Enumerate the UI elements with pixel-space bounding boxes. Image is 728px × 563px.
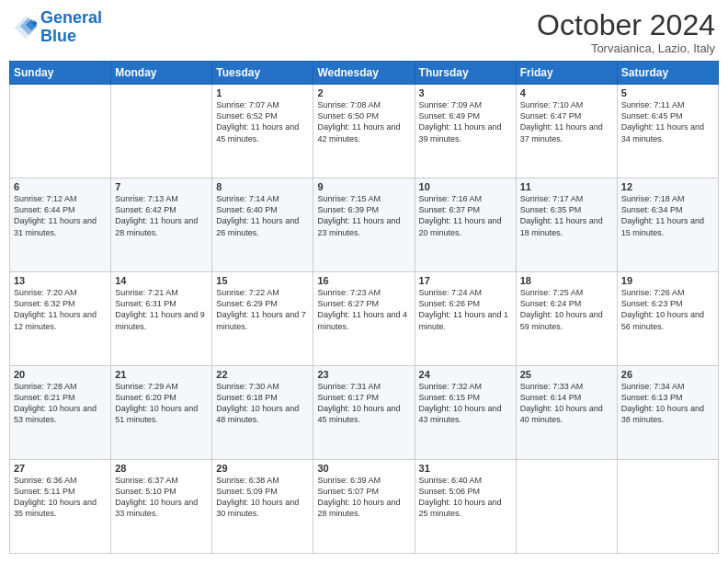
calendar-week-row: 27Sunrise: 6:36 AM Sunset: 5:11 PM Dayli… [10,460,719,554]
calendar-cell: 8Sunrise: 7:14 AM Sunset: 6:40 PM Daylig… [212,178,313,272]
calendar-cell: 4Sunrise: 7:10 AM Sunset: 6:47 PM Daylig… [516,85,617,178]
calendar-week-row: 6Sunrise: 7:12 AM Sunset: 6:44 PM Daylig… [10,178,719,272]
cell-info-text: Sunrise: 6:36 AM Sunset: 5:11 PM Dayligh… [14,475,107,520]
weekday-header-row: SundayMondayTuesdayWednesdayThursdayFrid… [10,62,719,85]
cell-info-text: Sunrise: 7:17 AM Sunset: 6:35 PM Dayligh… [520,193,613,238]
cell-info-text: Sunrise: 7:18 AM Sunset: 6:34 PM Dayligh… [621,193,714,238]
cell-day-number: 6 [14,181,107,192]
cell-info-text: Sunrise: 7:25 AM Sunset: 6:24 PM Dayligh… [520,287,613,332]
cell-day-number: 25 [520,369,613,380]
cell-day-number: 10 [419,181,512,192]
calendar-week-row: 13Sunrise: 7:20 AM Sunset: 6:32 PM Dayli… [10,272,719,366]
logo-blue: Blue [40,27,76,45]
calendar-cell: 28Sunrise: 6:37 AM Sunset: 5:10 PM Dayli… [111,460,212,554]
main-title: October 2024 [537,9,715,41]
weekday-header-cell: Friday [516,62,617,85]
calendar-cell: 27Sunrise: 6:36 AM Sunset: 5:11 PM Dayli… [10,460,111,554]
calendar-cell: 31Sunrise: 6:40 AM Sunset: 5:06 PM Dayli… [415,460,516,554]
cell-info-text: Sunrise: 7:31 AM Sunset: 6:17 PM Dayligh… [317,381,410,426]
calendar-cell: 30Sunrise: 6:39 AM Sunset: 5:07 PM Dayli… [313,460,415,554]
cell-day-number: 17 [419,275,512,286]
cell-day-number: 9 [317,181,410,192]
cell-info-text: Sunrise: 7:15 AM Sunset: 6:39 PM Dayligh… [317,193,410,238]
calendar-cell [617,460,718,554]
weekday-header-cell: Monday [111,62,212,85]
cell-day-number: 18 [520,275,613,286]
cell-info-text: Sunrise: 7:21 AM Sunset: 6:31 PM Dayligh… [115,287,208,332]
cell-info-text: Sunrise: 7:14 AM Sunset: 6:40 PM Dayligh… [216,193,309,238]
cell-info-text: Sunrise: 7:10 AM Sunset: 6:47 PM Dayligh… [520,99,613,144]
calendar-cell: 16Sunrise: 7:23 AM Sunset: 6:27 PM Dayli… [313,272,415,366]
cell-info-text: Sunrise: 7:11 AM Sunset: 6:45 PM Dayligh… [621,99,714,144]
calendar-cell: 6Sunrise: 7:12 AM Sunset: 6:44 PM Daylig… [10,178,111,272]
cell-info-text: Sunrise: 6:37 AM Sunset: 5:10 PM Dayligh… [115,475,208,520]
cell-day-number: 31 [419,463,512,474]
cell-info-text: Sunrise: 7:32 AM Sunset: 6:15 PM Dayligh… [419,381,512,426]
cell-day-number: 27 [14,463,107,474]
cell-day-number: 26 [621,369,714,380]
subtitle: Torvaianica, Lazio, Italy [537,41,715,55]
calendar-cell: 13Sunrise: 7:20 AM Sunset: 6:32 PM Dayli… [10,272,111,366]
calendar-cell: 7Sunrise: 7:13 AM Sunset: 6:42 PM Daylig… [111,178,212,272]
cell-info-text: Sunrise: 7:13 AM Sunset: 6:42 PM Dayligh… [115,193,208,238]
calendar-week-row: 20Sunrise: 7:28 AM Sunset: 6:21 PM Dayli… [10,366,719,460]
cell-info-text: Sunrise: 7:30 AM Sunset: 6:18 PM Dayligh… [216,381,309,426]
cell-info-text: Sunrise: 7:24 AM Sunset: 6:26 PM Dayligh… [419,287,512,332]
calendar-cell: 1Sunrise: 7:07 AM Sunset: 6:52 PM Daylig… [212,85,313,178]
weekday-header-cell: Thursday [415,62,516,85]
cell-info-text: Sunrise: 6:38 AM Sunset: 5:09 PM Dayligh… [216,475,309,520]
logo-icon [13,15,39,40]
cell-info-text: Sunrise: 7:16 AM Sunset: 6:37 PM Dayligh… [419,193,512,238]
cell-day-number: 13 [14,275,107,286]
calendar-cell: 29Sunrise: 6:38 AM Sunset: 5:09 PM Dayli… [212,460,313,554]
weekday-header-cell: Wednesday [313,62,415,85]
cell-info-text: Sunrise: 6:39 AM Sunset: 5:07 PM Dayligh… [317,475,410,520]
calendar-cell: 2Sunrise: 7:08 AM Sunset: 6:50 PM Daylig… [313,85,415,178]
cell-day-number: 21 [115,369,208,380]
cell-day-number: 8 [216,181,309,192]
cell-day-number: 5 [621,87,714,98]
cell-day-number: 22 [216,369,309,380]
cell-day-number: 16 [317,275,410,286]
cell-day-number: 28 [115,463,208,474]
calendar-cell: 19Sunrise: 7:26 AM Sunset: 6:23 PM Dayli… [617,272,718,366]
calendar-cell [10,85,111,178]
logo: General Blue [13,9,102,46]
cell-info-text: Sunrise: 7:34 AM Sunset: 6:13 PM Dayligh… [621,381,714,426]
calendar-body: 1Sunrise: 7:07 AM Sunset: 6:52 PM Daylig… [10,85,719,554]
cell-info-text: Sunrise: 7:09 AM Sunset: 6:49 PM Dayligh… [419,99,512,144]
calendar-cell: 23Sunrise: 7:31 AM Sunset: 6:17 PM Dayli… [313,366,415,460]
cell-day-number: 24 [419,369,512,380]
calendar-cell: 10Sunrise: 7:16 AM Sunset: 6:37 PM Dayli… [415,178,516,272]
calendar-table: SundayMondayTuesdayWednesdayThursdayFrid… [9,61,719,554]
logo-general: General [40,8,102,27]
calendar-cell: 18Sunrise: 7:25 AM Sunset: 6:24 PM Dayli… [516,272,617,366]
calendar-cell: 22Sunrise: 7:30 AM Sunset: 6:18 PM Dayli… [212,366,313,460]
calendar-cell: 20Sunrise: 7:28 AM Sunset: 6:21 PM Dayli… [10,366,111,460]
cell-day-number: 3 [419,87,512,98]
calendar-cell: 14Sunrise: 7:21 AM Sunset: 6:31 PM Dayli… [111,272,212,366]
calendar-cell: 24Sunrise: 7:32 AM Sunset: 6:15 PM Dayli… [415,366,516,460]
cell-day-number: 1 [216,87,309,98]
cell-info-text: Sunrise: 7:08 AM Sunset: 6:50 PM Dayligh… [317,99,410,144]
cell-day-number: 30 [317,463,410,474]
calendar-cell: 5Sunrise: 7:11 AM Sunset: 6:45 PM Daylig… [617,85,718,178]
cell-day-number: 2 [317,87,410,98]
cell-info-text: Sunrise: 6:40 AM Sunset: 5:06 PM Dayligh… [419,475,512,520]
cell-day-number: 12 [621,181,714,192]
cell-day-number: 7 [115,181,208,192]
calendar-cell: 15Sunrise: 7:22 AM Sunset: 6:29 PM Dayli… [212,272,313,366]
cell-info-text: Sunrise: 7:26 AM Sunset: 6:23 PM Dayligh… [621,287,714,332]
calendar-cell: 3Sunrise: 7:09 AM Sunset: 6:49 PM Daylig… [415,85,516,178]
weekday-header-cell: Saturday [617,62,718,85]
calendar-cell [111,85,212,178]
calendar-cell: 12Sunrise: 7:18 AM Sunset: 6:34 PM Dayli… [617,178,718,272]
cell-day-number: 20 [14,369,107,380]
calendar-cell: 17Sunrise: 7:24 AM Sunset: 6:26 PM Dayli… [415,272,516,366]
cell-day-number: 14 [115,275,208,286]
weekday-header-cell: Sunday [10,62,111,85]
cell-info-text: Sunrise: 7:23 AM Sunset: 6:27 PM Dayligh… [317,287,410,332]
calendar-cell [516,460,617,554]
calendar-cell: 26Sunrise: 7:34 AM Sunset: 6:13 PM Dayli… [617,366,718,460]
cell-day-number: 29 [216,463,309,474]
